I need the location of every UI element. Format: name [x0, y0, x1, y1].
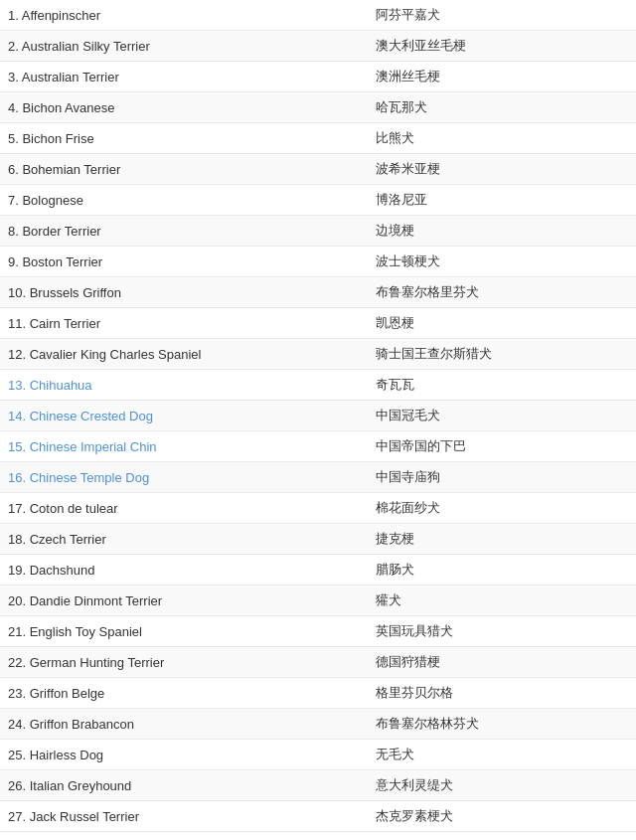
- english-name: 22. German Hunting Terrier: [8, 655, 376, 670]
- table-row: 25. Hairless Dog无毛犬: [0, 740, 636, 770]
- table-row: 10. Brussels Griffon布鲁塞尔格里芬犬: [0, 277, 636, 308]
- english-name: 24. Griffon Brabancon: [8, 717, 376, 732]
- chinese-name: 波希米亚梗: [376, 160, 628, 178]
- table-row: 14. Chinese Crested Dog中国冠毛犬: [0, 401, 636, 431]
- chinese-name: 格里芬贝尔格: [376, 684, 628, 702]
- table-row: 7. Bolognese博洛尼亚: [0, 185, 636, 216]
- chinese-name: 阿芬平嘉犬: [376, 6, 628, 24]
- table-row: 20. Dandie Dinmont Terrier獾犬: [0, 586, 636, 616]
- chinese-name: 哈瓦那犬: [376, 98, 628, 116]
- english-name: 19. Dachshund: [8, 563, 376, 578]
- english-name: 7. Bolognese: [8, 193, 376, 208]
- chinese-name: 波士顿梗犬: [376, 252, 628, 270]
- english-name: 23. Griffon Belge: [8, 686, 376, 701]
- english-name: 25. Hairless Dog: [8, 748, 376, 762]
- english-name: 10. Brussels Griffon: [8, 285, 376, 300]
- chinese-name: 澳大利亚丝毛梗: [376, 37, 628, 55]
- table-row: 24. Griffon Brabancon布鲁塞尔格林芬犬: [0, 709, 636, 740]
- english-name: 26. Italian Greyhound: [8, 778, 376, 793]
- chinese-name: 比熊犬: [376, 129, 628, 147]
- english-name: 2. Australian Silky Terrier: [8, 39, 376, 54]
- english-name[interactable]: 14. Chinese Crested Dog: [8, 409, 376, 423]
- chinese-name: 腊肠犬: [376, 561, 628, 579]
- table-row: 27. Jack Russel Terrier杰克罗素梗犬: [0, 801, 636, 832]
- chinese-name: 布鲁塞尔格里芬犬: [376, 283, 628, 301]
- chinese-name: 骑士国王查尔斯猎犬: [376, 345, 628, 363]
- chinese-name: 布鲁塞尔格林芬犬: [376, 715, 628, 733]
- table-row: 1. Affenpinscher阿芬平嘉犬: [0, 0, 636, 31]
- chinese-name: 捷克梗: [376, 530, 628, 548]
- table-row: 9. Boston Terrier波士顿梗犬: [0, 247, 636, 277]
- english-name: 4. Bichon Avanese: [8, 100, 376, 115]
- chinese-name: 棉花面纱犬: [376, 499, 628, 517]
- table-row: 26. Italian Greyhound意大利灵缇犬: [0, 770, 636, 801]
- table-row: 21. English Toy Spaniel英国玩具猎犬: [0, 616, 636, 647]
- english-name: 9. Boston Terrier: [8, 254, 376, 269]
- table-row: 18. Czech Terrier捷克梗: [0, 524, 636, 555]
- table-row: 5. Bichon Frise比熊犬: [0, 123, 636, 154]
- table-row: 4. Bichon Avanese哈瓦那犬: [0, 92, 636, 123]
- table-row: 23. Griffon Belge格里芬贝尔格: [0, 678, 636, 709]
- english-name[interactable]: 15. Chinese Imperial Chin: [8, 439, 376, 454]
- chinese-name: 德国狩猎梗: [376, 653, 628, 671]
- table-row: 8. Border Terrier边境梗: [0, 216, 636, 247]
- english-name: 20. Dandie Dinmont Terrier: [8, 593, 376, 608]
- table-row: 15. Chinese Imperial Chin中国帝国的下巴: [0, 431, 636, 462]
- english-name: 12. Cavalier King Charles Spaniel: [8, 347, 376, 362]
- english-name: 21. English Toy Spaniel: [8, 624, 376, 639]
- table-row: 22. German Hunting Terrier德国狩猎梗: [0, 647, 636, 678]
- chinese-name: 奇瓦瓦: [376, 376, 628, 394]
- english-name: 11. Cairn Terrier: [8, 316, 376, 331]
- english-name: 8. Border Terrier: [8, 224, 376, 239]
- dog-breeds-table: 1. Affenpinscher阿芬平嘉犬2. Australian Silky…: [0, 0, 636, 832]
- chinese-name: 中国寺庙狗: [376, 468, 628, 486]
- english-name: 3. Australian Terrier: [8, 70, 376, 84]
- table-row: 6. Bohemian Terrier波希米亚梗: [0, 154, 636, 185]
- english-name[interactable]: 16. Chinese Temple Dog: [8, 470, 376, 485]
- chinese-name: 凯恩梗: [376, 314, 628, 332]
- english-name: 1. Affenpinscher: [8, 8, 376, 23]
- chinese-name: 中国冠毛犬: [376, 407, 628, 424]
- chinese-name: 边境梗: [376, 222, 628, 240]
- table-row: 17. Coton de tulear棉花面纱犬: [0, 493, 636, 524]
- english-name: 6. Bohemian Terrier: [8, 162, 376, 177]
- table-row: 2. Australian Silky Terrier澳大利亚丝毛梗: [0, 31, 636, 62]
- table-row: 16. Chinese Temple Dog中国寺庙狗: [0, 462, 636, 493]
- chinese-name: 澳洲丝毛梗: [376, 68, 628, 85]
- chinese-name: 獾犬: [376, 591, 628, 609]
- english-name: 5. Bichon Frise: [8, 131, 376, 146]
- table-row: 19. Dachshund腊肠犬: [0, 555, 636, 586]
- chinese-name: 杰克罗素梗犬: [376, 807, 628, 825]
- chinese-name: 意大利灵缇犬: [376, 776, 628, 794]
- chinese-name: 无毛犬: [376, 746, 628, 763]
- english-name: 27. Jack Russel Terrier: [8, 809, 376, 824]
- table-row: 3. Australian Terrier澳洲丝毛梗: [0, 62, 636, 92]
- chinese-name: 英国玩具猎犬: [376, 622, 628, 640]
- table-row: 12. Cavalier King Charles Spaniel骑士国王查尔斯…: [0, 339, 636, 370]
- table-row: 13. Chihuahua奇瓦瓦: [0, 370, 636, 401]
- english-name: 17. Coton de tulear: [8, 501, 376, 516]
- table-row: 11. Cairn Terrier凯恩梗: [0, 308, 636, 339]
- chinese-name: 中国帝国的下巴: [376, 437, 628, 455]
- english-name[interactable]: 13. Chihuahua: [8, 378, 376, 393]
- english-name: 18. Czech Terrier: [8, 532, 376, 547]
- chinese-name: 博洛尼亚: [376, 191, 628, 209]
